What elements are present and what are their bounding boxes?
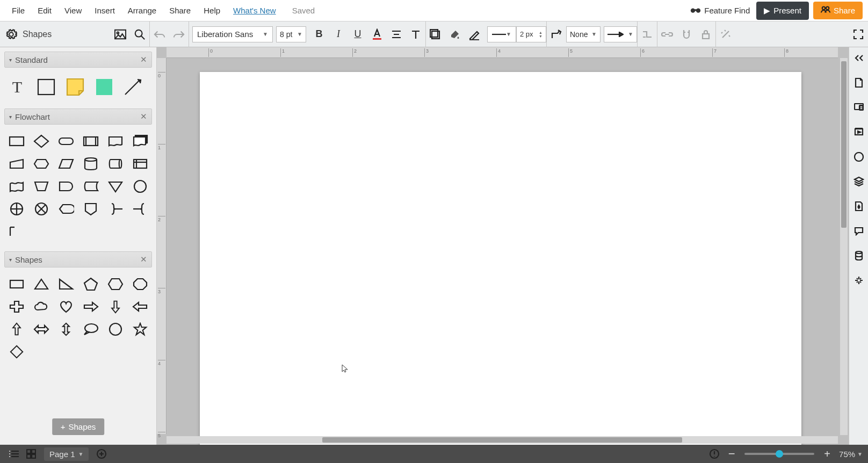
offpage-shape[interactable] — [79, 199, 102, 219]
line-shape[interactable] — [122, 76, 144, 98]
connector-button[interactable] — [547, 25, 566, 44]
comments-icon[interactable] — [852, 101, 865, 114]
star-shape[interactable] — [129, 319, 151, 339]
preparation-shape[interactable] — [30, 154, 53, 174]
zoom-value[interactable]: 75%▼ — [839, 450, 863, 459]
menu-edit[interactable]: Edit — [31, 6, 58, 15]
data-shape[interactable] — [55, 154, 77, 174]
wand-button[interactable] — [716, 25, 735, 44]
circle-shape[interactable] — [104, 319, 127, 339]
layers-icon[interactable] — [852, 175, 865, 188]
menu-whats-new[interactable]: What's New — [227, 6, 283, 15]
chat-icon[interactable] — [852, 225, 865, 237]
spark-icon[interactable] — [852, 274, 865, 287]
horizontal-scrollbar[interactable] — [167, 436, 838, 444]
data-icon[interactable] — [852, 249, 865, 262]
line-end-select[interactable]: ▼ — [604, 26, 637, 42]
page-tab[interactable]: Page 1▼ — [44, 447, 89, 461]
fill-button[interactable] — [426, 25, 445, 44]
hotspot-shape[interactable] — [93, 76, 115, 98]
canvas-page[interactable] — [200, 72, 801, 445]
process-shape[interactable] — [5, 131, 28, 151]
add-shapes-button[interactable]: + Shapes — [52, 418, 105, 435]
collapse-rail-button[interactable] — [852, 52, 865, 64]
panel-header-standard[interactable]: ▾Standard ✕ — [4, 52, 152, 68]
underline-button[interactable]: U — [348, 25, 367, 44]
canvas-area[interactable]: 0 1 2 3 4 5 6 7 8 0 1 2 3 4 5 — [157, 47, 849, 445]
add-page-button[interactable] — [93, 445, 110, 462]
connector-shape[interactable] — [129, 176, 151, 197]
cloud-shape[interactable] — [30, 296, 53, 317]
manual-op-shape[interactable] — [30, 176, 53, 197]
fill-color-button[interactable] — [445, 25, 465, 44]
left-arrow-shape[interactable] — [129, 296, 151, 317]
text-color-button[interactable] — [367, 25, 387, 44]
close-icon[interactable]: ✕ — [140, 55, 147, 64]
italic-button[interactable]: I — [329, 25, 348, 44]
pentagon-shape[interactable] — [79, 274, 102, 294]
close-icon[interactable]: ✕ — [140, 112, 147, 121]
search-button[interactable] — [130, 25, 149, 44]
database-shape[interactable] — [79, 154, 102, 174]
manual-input-shape[interactable] — [5, 154, 28, 174]
bold-button[interactable]: B — [309, 25, 329, 44]
note-shape[interactable] — [64, 76, 86, 98]
block-shape[interactable] — [35, 76, 57, 98]
terminator-shape[interactable] — [55, 131, 77, 151]
slider-knob[interactable] — [776, 450, 783, 458]
brace-right-shape[interactable] — [104, 199, 127, 219]
updown-arrow-shape[interactable] — [55, 319, 77, 339]
border-color-button[interactable] — [465, 25, 484, 44]
stored-data-shape[interactable] — [79, 176, 102, 197]
line-style-select[interactable]: ▼ — [487, 26, 516, 42]
menu-file[interactable]: File — [5, 6, 31, 15]
close-icon[interactable]: ✕ — [140, 255, 147, 264]
cross-shape[interactable] — [5, 296, 28, 317]
merge-shape[interactable] — [104, 176, 127, 197]
alert-icon[interactable] — [706, 445, 723, 462]
route-button[interactable] — [638, 25, 657, 44]
document-shape[interactable] — [104, 131, 127, 151]
brace-left-shape[interactable] — [129, 199, 151, 219]
delay-shape[interactable] — [55, 176, 77, 197]
font-size-select[interactable]: 8 pt▼ — [276, 26, 306, 42]
menu-help[interactable]: Help — [197, 6, 227, 15]
grid-view-button[interactable] — [23, 445, 40, 462]
image-button[interactable] — [111, 25, 130, 44]
directdata-shape[interactable] — [104, 154, 127, 174]
menu-share[interactable]: Share — [163, 6, 197, 15]
redo-button[interactable] — [169, 25, 189, 44]
hexagon-shape[interactable] — [104, 274, 127, 294]
panel-header-flowchart[interactable]: ▾Flowchart ✕ — [4, 108, 152, 125]
down-arrow-shape[interactable] — [104, 296, 127, 317]
leftright-arrow-shape[interactable] — [30, 319, 53, 339]
text-shape[interactable]: T — [6, 76, 28, 98]
zoom-slider[interactable] — [744, 453, 814, 455]
vertical-scrollbar[interactable] — [840, 58, 848, 435]
menu-arrange[interactable]: Arrange — [121, 6, 163, 15]
master-page-icon[interactable] — [852, 200, 865, 213]
multidoc-shape[interactable] — [129, 131, 151, 151]
history-icon[interactable] — [852, 150, 865, 163]
predefined-shape[interactable] — [79, 131, 102, 151]
display-shape[interactable] — [55, 199, 77, 219]
menu-view[interactable]: View — [58, 6, 88, 15]
text-tool-button[interactable] — [406, 25, 425, 44]
font-family-select[interactable]: Liberation Sans▼ — [192, 26, 273, 42]
panel-header-shapes[interactable]: ▾Shapes ✕ — [4, 251, 152, 267]
scrollbar-thumb[interactable] — [841, 61, 847, 228]
fullscreen-button[interactable] — [849, 25, 868, 44]
sum-shape[interactable] — [30, 199, 53, 219]
zoom-in-button[interactable]: + — [819, 445, 836, 462]
heart-shape[interactable] — [55, 296, 77, 317]
link-button[interactable] — [657, 25, 677, 44]
internal-storage-shape[interactable] — [129, 154, 151, 174]
present-button[interactable]: ▶ Present — [756, 2, 809, 20]
right-arrow-shape[interactable] — [79, 296, 102, 317]
scrollbar-thumb[interactable] — [322, 437, 682, 443]
magnet-button[interactable] — [677, 25, 696, 44]
up-arrow-shape[interactable] — [5, 319, 28, 339]
menu-insert[interactable]: Insert — [88, 6, 121, 15]
line-start-select[interactable]: None▼ — [566, 26, 601, 42]
page-icon[interactable] — [852, 76, 865, 89]
